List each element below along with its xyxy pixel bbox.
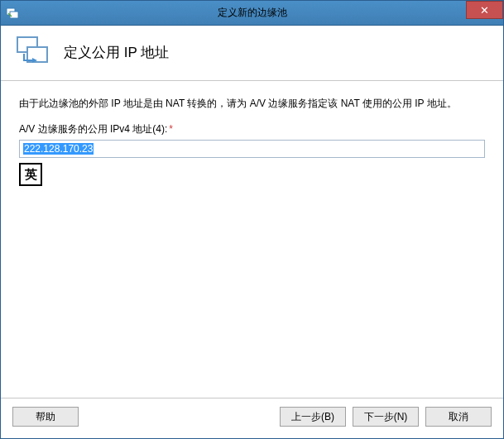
ime-indicator-text: 英 — [25, 167, 37, 183]
svg-rect-1 — [10, 12, 18, 18]
wizard-header: 定义公用 IP 地址 — [1, 26, 503, 80]
cancel-button[interactable]: 取消 — [425, 407, 492, 427]
wizard-page-title: 定义公用 IP 地址 — [64, 43, 169, 62]
help-button[interactable]: 帮助 — [12, 407, 79, 427]
titlebar-icon — [6, 7, 19, 20]
window-title: 定义新的边缘池 — [218, 6, 287, 20]
wizard-content: 由于此边缘池的外部 IP 地址是由 NAT 转换的，请为 A/V 边缘服务指定该… — [1, 81, 503, 398]
next-button[interactable]: 下一步(N) — [353, 407, 419, 427]
titlebar: 定义新的边缘池 ✕ — [1, 1, 503, 26]
close-button[interactable]: ✕ — [466, 1, 503, 19]
required-mark: * — [169, 123, 173, 135]
ip-address-value: 222.128.170.23 — [23, 143, 94, 155]
wizard-header-icon — [16, 36, 52, 69]
close-icon: ✕ — [480, 4, 489, 17]
description-text: 由于此边缘池的外部 IP 地址是由 NAT 转换的，请为 A/V 边缘服务指定该… — [19, 96, 485, 111]
ip-address-input[interactable]: 222.128.170.23 — [19, 140, 485, 158]
ime-indicator[interactable]: 英 — [19, 163, 42, 186]
wizard-window: 定义新的边缘池 ✕ 定义公用 IP 地址 由于此边缘池的外部 IP 地址是由 N… — [0, 0, 504, 439]
back-button[interactable]: 上一步(B) — [280, 407, 346, 427]
button-bar: 帮助 上一步(B) 下一步(N) 取消 — [1, 398, 503, 438]
ip-field-label-text: A/V 边缘服务的公用 IPv4 地址(4): — [19, 123, 167, 135]
ip-field-label: A/V 边缘服务的公用 IPv4 地址(4):* — [19, 122, 485, 136]
